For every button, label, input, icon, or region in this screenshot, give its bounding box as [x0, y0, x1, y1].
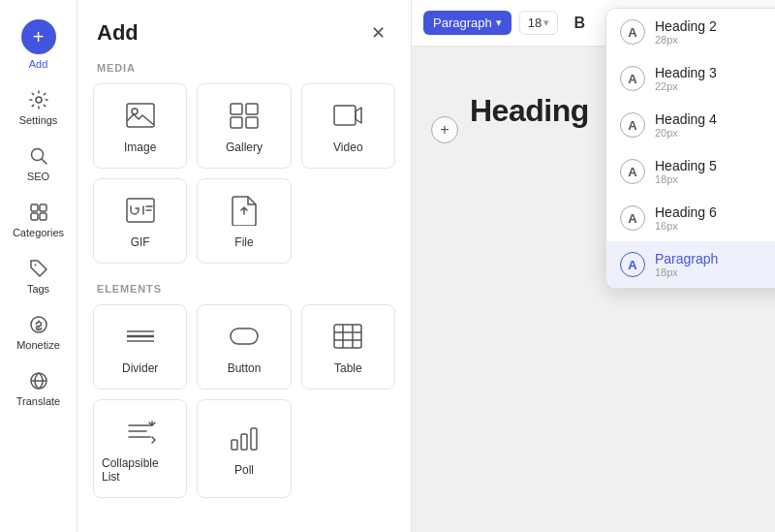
svg-rect-28 [251, 428, 257, 450]
svg-rect-2 [31, 204, 38, 211]
dropdown-item-h4[interactable]: A Heading 4 20px › [606, 102, 775, 148]
h6-text: Heading 6 16px [655, 204, 775, 232]
h2-icon: A [620, 19, 645, 45]
sidebar-item-translate[interactable]: Translate [8, 362, 70, 415]
sidebar-item-tags[interactable]: Tags [8, 250, 70, 302]
svg-rect-27 [241, 434, 247, 450]
media-grid: Image Gallery Video [78, 83, 411, 279]
font-size-button[interactable]: 18 ▾ [519, 11, 558, 35]
grid-item-gif[interactable]: GIF [93, 178, 187, 264]
h5-icon: A [620, 159, 645, 184]
image-label: Image [124, 141, 156, 154]
sidebar: + Add Settings SEO [0, 0, 78, 532]
svg-rect-15 [334, 106, 356, 125]
svg-rect-3 [40, 204, 46, 211]
main-area: Paragraph ▾ 18 ▾ B I U A Heading + A Hea… [412, 0, 775, 532]
h4-text: Heading 4 20px [655, 111, 775, 139]
monetize-icon [28, 314, 49, 335]
sidebar-seo-label: SEO [27, 171, 49, 182]
add-inline-button[interactable]: + [431, 116, 458, 143]
bold-button[interactable]: B [566, 10, 593, 37]
button-icon [227, 319, 262, 354]
h5-text: Heading 5 18px [655, 158, 775, 185]
sidebar-item-categories[interactable]: Categories [8, 194, 70, 246]
paragraph-style-dropdown: A Heading 2 28px › A Heading 3 22px › A … [605, 8, 775, 289]
sidebar-item-seo[interactable]: SEO [8, 138, 70, 190]
svg-rect-13 [231, 117, 242, 128]
grid-item-file[interactable]: File [197, 178, 291, 264]
gif-icon [123, 193, 158, 228]
sidebar-add-label: Add [29, 58, 48, 70]
grid-item-table[interactable]: Table [301, 304, 395, 390]
grid-item-divider[interactable]: Divider [93, 304, 187, 390]
categories-icon [28, 202, 49, 223]
svg-rect-14 [246, 117, 258, 128]
paragraph-dropdown[interactable]: Paragraph ▾ [423, 11, 512, 35]
chevron-down-icon: ▾ [496, 16, 502, 29]
sidebar-monetize-label: Monetize [16, 339, 60, 351]
grid-item-gallery[interactable]: Gallery [197, 83, 291, 169]
collapsible-icon [123, 414, 158, 449]
elements-grid: Divider Button Table [78, 304, 411, 514]
dropdown-item-paragraph[interactable]: A Paragraph 18px › [606, 241, 775, 288]
svg-point-10 [132, 109, 138, 114]
divider-icon [123, 319, 158, 354]
table-icon [330, 319, 365, 354]
svg-rect-12 [246, 104, 258, 114]
svg-point-0 [36, 97, 42, 103]
settings-icon [28, 89, 49, 110]
grid-item-collapsible[interactable]: Collapsible List [93, 399, 187, 498]
translate-icon [28, 370, 49, 391]
svg-rect-26 [232, 440, 237, 450]
grid-item-image[interactable]: Image [93, 83, 187, 169]
file-label: File [234, 235, 253, 249]
gallery-icon [227, 98, 262, 133]
sidebar-item-add[interactable]: + Add [8, 12, 70, 78]
video-icon [330, 98, 365, 133]
image-icon [123, 98, 158, 133]
font-size-value: 18 [528, 16, 542, 30]
elements-section-label: ELEMENTS [78, 279, 411, 304]
dropdown-item-h5[interactable]: A Heading 5 18px › [606, 148, 775, 195]
gallery-label: Gallery [226, 141, 263, 154]
grid-item-button[interactable]: Button [197, 304, 291, 390]
poll-icon [227, 421, 262, 455]
poll-label: Poll [234, 463, 254, 477]
h3-icon: A [620, 66, 645, 91]
sidebar-translate-label: Translate [16, 395, 60, 407]
close-button[interactable]: ✕ [364, 19, 391, 47]
add-panel: Add ✕ MEDIA Image G [78, 0, 412, 532]
dropdown-item-h2[interactable]: A Heading 2 28px › [606, 9, 775, 55]
dropdown-item-h3[interactable]: A Heading 3 22px › [606, 55, 775, 102]
sidebar-tags-label: Tags [27, 283, 49, 295]
add-panel-title: Add [97, 20, 139, 46]
video-label: Video [333, 141, 362, 154]
dropdown-item-h6[interactable]: A Heading 6 16px › [606, 195, 775, 241]
sidebar-item-monetize[interactable]: Monetize [8, 306, 70, 359]
svg-rect-11 [231, 104, 242, 114]
svg-rect-20 [231, 329, 258, 344]
add-panel-header: Add ✕ [78, 0, 411, 58]
tags-icon [28, 258, 49, 279]
svg-rect-21 [334, 325, 361, 348]
add-icon: + [21, 19, 56, 54]
seo-icon [28, 145, 49, 167]
svg-rect-9 [127, 104, 154, 127]
table-label: Table [334, 361, 362, 375]
sidebar-settings-label: Settings [19, 114, 58, 126]
h4-icon: A [620, 112, 645, 138]
heading-display: Heading [470, 93, 589, 129]
gif-label: GIF [131, 235, 150, 249]
paragraph-icon: A [620, 252, 645, 277]
paragraph-text: Paragraph 18px [655, 251, 775, 278]
svg-rect-4 [31, 213, 38, 220]
collapsible-label: Collapsible List [102, 456, 178, 484]
svg-point-6 [34, 265, 36, 266]
svg-rect-5 [40, 213, 46, 220]
sidebar-categories-label: Categories [13, 227, 64, 238]
grid-item-video[interactable]: Video [301, 83, 395, 169]
media-section-label: MEDIA [78, 58, 411, 83]
grid-item-poll[interactable]: Poll [197, 399, 291, 498]
sidebar-item-settings[interactable]: Settings [8, 81, 70, 134]
h3-text: Heading 3 22px [655, 65, 775, 92]
